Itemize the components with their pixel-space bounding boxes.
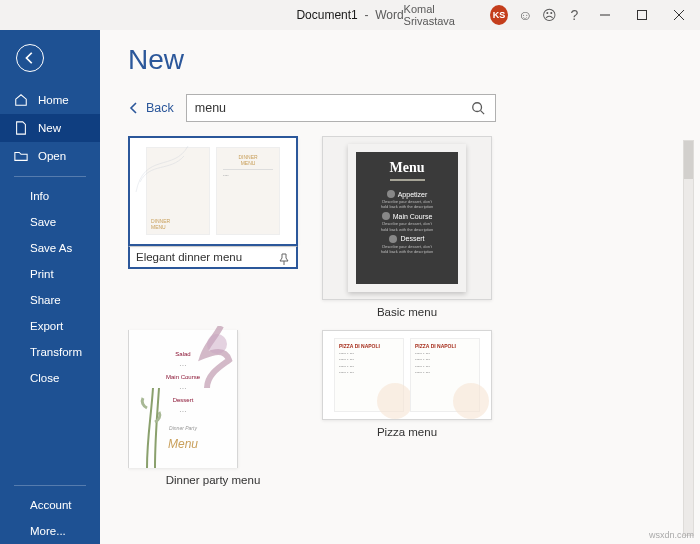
template-thumbnail: PIZZA DI NAPOLI ••••• • •••••••• • •••••… [322, 330, 492, 420]
search-button[interactable] [469, 99, 487, 117]
sidebar-item-new[interactable]: New [0, 114, 100, 142]
frown-icon[interactable]: ☹ [542, 7, 557, 23]
template-caption: Pizza menu [322, 420, 492, 438]
close-button[interactable] [665, 3, 692, 27]
folder-open-icon [14, 149, 28, 163]
sidebar-item-transform[interactable]: Transform [0, 339, 100, 365]
sidebar-item-share[interactable]: Share [0, 287, 100, 313]
sidebar-item-label: New [38, 122, 61, 134]
watermark: wsxdn.com [649, 530, 694, 540]
sidebar-item-save[interactable]: Save [0, 209, 100, 235]
sidebar-item-label: Share [30, 294, 61, 306]
sidebar-item-label: Save [30, 216, 56, 228]
sidebar-item-label: Transform [30, 346, 82, 358]
document-icon [14, 121, 28, 135]
template-pizza-menu[interactable]: PIZZA DI NAPOLI ••••• • •••••••• • •••••… [322, 330, 492, 486]
page-title: New [128, 44, 672, 76]
back-label: Back [146, 101, 174, 115]
smile-icon[interactable]: ☺ [518, 7, 532, 23]
svg-point-4 [473, 103, 482, 112]
maximize-button[interactable] [628, 3, 655, 27]
sidebar-item-label: Info [30, 190, 49, 202]
sidebar-item-more[interactable]: More... [0, 518, 100, 544]
template-thumbnail: DINNERMENU DINNERMENU•••• [128, 136, 298, 246]
scrollbar-thumb[interactable] [684, 141, 693, 179]
template-elegant-dinner-menu[interactable]: DINNERMENU DINNERMENU•••• Elegant dinner… [128, 136, 298, 318]
svg-point-6 [207, 334, 227, 354]
sidebar-item-label: Save As [30, 242, 72, 254]
sidebar: Home New Open Info Save Save As Print Sh… [0, 30, 100, 544]
template-gallery: DINNERMENU DINNERMENU•••• Elegant dinner… [128, 136, 672, 544]
template-dinner-party-menu[interactable]: Salad • • • Main Course • • • Dessert • … [128, 330, 298, 486]
sidebar-item-label: Close [30, 372, 59, 384]
template-basic-menu[interactable]: Menu Appetizer Describe your dessert, do… [322, 136, 492, 318]
minimize-button[interactable] [592, 3, 619, 27]
sidebar-item-label: Open [38, 150, 66, 162]
sidebar-item-close[interactable]: Close [0, 365, 100, 391]
svg-rect-1 [637, 11, 646, 20]
pin-icon[interactable] [278, 251, 290, 263]
sidebar-item-label: Home [38, 94, 69, 106]
sidebar-item-open[interactable]: Open [0, 142, 100, 170]
back-arrow-button[interactable] [16, 44, 44, 72]
back-link[interactable]: Back [128, 101, 174, 115]
search-input[interactable] [195, 101, 469, 115]
arrow-left-icon [128, 102, 140, 114]
user-name[interactable]: Komal Srivastava [404, 3, 481, 27]
home-icon [14, 93, 28, 107]
help-icon[interactable]: ? [567, 7, 581, 23]
template-caption: Dinner party menu [128, 468, 298, 486]
sidebar-item-print[interactable]: Print [0, 261, 100, 287]
search-icon [471, 101, 485, 115]
sidebar-item-label: Print [30, 268, 54, 280]
template-thumbnail: Menu Appetizer Describe your dessert, do… [322, 136, 492, 300]
svg-line-5 [480, 111, 484, 115]
sidebar-item-label: Account [30, 499, 72, 511]
template-caption: Basic menu [322, 300, 492, 318]
search-box[interactable] [186, 94, 496, 122]
template-caption: Elegant dinner menu [136, 251, 278, 263]
user-avatar[interactable]: KS [490, 5, 508, 25]
sidebar-item-home[interactable]: Home [0, 86, 100, 114]
sidebar-item-saveas[interactable]: Save As [0, 235, 100, 261]
scrollbar[interactable] [683, 140, 694, 536]
sidebar-item-account[interactable]: Account [0, 492, 100, 518]
sidebar-item-label: More... [30, 525, 66, 537]
window-title: Document1 - Word [296, 8, 403, 22]
template-thumbnail: Salad • • • Main Course • • • Dessert • … [128, 330, 238, 468]
titlebar: Document1 - Word Komal Srivastava KS ☺ ☹… [0, 0, 700, 30]
sidebar-item-label: Export [30, 320, 63, 332]
sidebar-item-info[interactable]: Info [0, 183, 100, 209]
content-pane: New Back DINNERMENU DIN [100, 30, 700, 544]
sidebar-item-export[interactable]: Export [0, 313, 100, 339]
divider [14, 485, 86, 486]
divider [14, 176, 86, 177]
